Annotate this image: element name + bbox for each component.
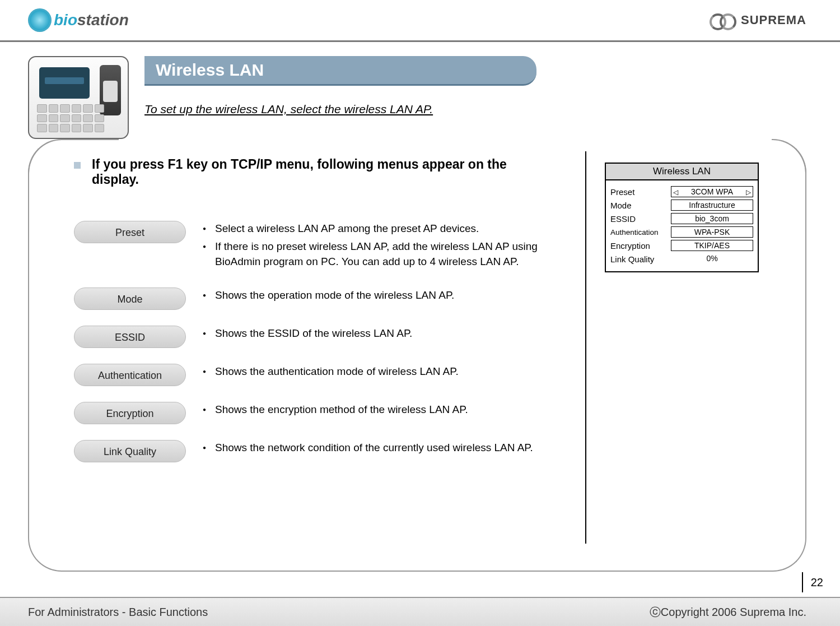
bullets-preset: Select a wireless LAN AP among the prese…: [203, 221, 584, 272]
lcd-value-text: 3COM WPA: [691, 187, 733, 196]
triangle-left-icon: ◁: [673, 187, 678, 197]
lcd-value-preset: ◁ 3COM WPA ▷: [671, 186, 753, 197]
lcd-value-text: 0%: [706, 254, 717, 263]
lcd-value-linkquality: 0%: [671, 253, 753, 265]
biostation-logo: biostation: [28, 8, 129, 32]
bullet-text: Shows the operation mode of the wireless…: [203, 288, 454, 303]
intro-text: If you press F1 key on TCP/IP menu, foll…: [92, 157, 556, 187]
page-subtitle: To set up the wireless LAN, select the w…: [144, 103, 536, 116]
page-header: biostation SUPREMA: [0, 0, 840, 42]
lcd-screen-mock: Wireless LAN Preset ◁ 3COM WPA ▷ Mode In…: [605, 163, 759, 272]
bullet-text: Shows the ESSID of the wireless LAN AP.: [203, 326, 412, 341]
bullets-encryption: Shows the encryption method of the wirel…: [203, 402, 468, 420]
logo-text-bio: bio: [54, 11, 77, 29]
banner-title-wrap: Wireless LAN To set up the wireless LAN,…: [144, 56, 536, 116]
device-screen-icon: [39, 67, 90, 99]
bullets-authentication: Shows the authentication mode of wireles…: [203, 364, 459, 382]
bullet-text: Select a wireless LAN AP among the prese…: [203, 221, 584, 237]
lcd-row-encryption: Encryption TKIP/AES: [610, 239, 753, 252]
lcd-value-encryption: TKIP/AES: [671, 240, 753, 251]
bullet-text: Shows the authentication mode of wireles…: [203, 364, 459, 379]
bullets-mode: Shows the operation mode of the wireless…: [203, 288, 454, 305]
lcd-value-mode: Infrastructure: [671, 200, 753, 211]
lcd-label: Encryption: [610, 241, 671, 251]
pill-encryption: Encryption: [74, 402, 186, 424]
bullets-essid: Shows the ESSID of the wireless LAN AP.: [203, 326, 412, 344]
lcd-title: Wireless LAN: [606, 164, 758, 180]
lcd-row-preset: Preset ◁ 3COM WPA ▷: [610, 185, 753, 198]
square-bullet-icon: [74, 162, 81, 169]
page-footer: For Administrators - Basic Functions ⓒCo…: [0, 597, 840, 626]
lcd-value-text: WPA-PSK: [694, 228, 730, 237]
lcd-row-mode: Mode Infrastructure: [610, 198, 753, 212]
lcd-label: Preset: [610, 187, 671, 197]
bullet-text: Shows the encryption method of the wirel…: [203, 402, 468, 418]
items-column: Preset Select a wireless LAN AP among th…: [74, 221, 612, 478]
pill-preset: Preset: [74, 221, 186, 243]
lcd-label: ESSID: [610, 214, 671, 224]
lcd-row-linkquality: Link Quality 0%: [610, 252, 753, 266]
item-row-essid: ESSID Shows the ESSID of the wireless LA…: [74, 326, 612, 348]
lcd-value-authentication: WPA-PSK: [671, 226, 753, 238]
fingerprint-swirl-icon: [28, 8, 52, 32]
lcd-value-text: Infrastructure: [689, 201, 735, 210]
footer-right: ⓒCopyright 2006 Suprema Inc.: [650, 605, 806, 620]
banner-row: Wireless LAN To set up the wireless LAN,…: [28, 56, 812, 139]
pill-mode: Mode: [74, 288, 186, 310]
lcd-value-text: TKIP/AES: [694, 241, 730, 250]
item-row-preset: Preset Select a wireless LAN AP among th…: [74, 221, 612, 272]
infinity-icon: [710, 13, 736, 27]
pill-essid: ESSID: [74, 326, 186, 348]
lcd-label: Authentication: [610, 228, 671, 237]
footer-left: For Administrators - Basic Functions: [28, 606, 208, 619]
item-row-linkquality: Link Quality Shows the network condition…: [74, 440, 612, 462]
item-row-authentication: Authentication Shows the authentication …: [74, 364, 612, 386]
vertical-divider: [585, 151, 586, 544]
page-number: 22: [802, 572, 823, 592]
device-keypad-icon: [37, 104, 104, 132]
device-thumbnail: [28, 56, 129, 139]
pill-linkquality: Link Quality: [74, 440, 186, 462]
bullets-linkquality: Shows the network condition of the curre…: [203, 440, 533, 458]
logo-text-station: station: [77, 11, 129, 29]
bullet-text: Shows the network condition of the curre…: [203, 440, 533, 456]
suprema-logo: SUPREMA: [710, 13, 806, 27]
lcd-row-authentication: Authentication WPA-PSK: [610, 225, 753, 239]
lcd-row-essid: ESSID bio_3com: [610, 212, 753, 225]
suprema-text: SUPREMA: [741, 13, 806, 27]
lcd-rows: Preset ◁ 3COM WPA ▷ Mode Infrastructure …: [606, 180, 758, 271]
intro-line: If you press F1 key on TCP/IP menu, foll…: [74, 157, 556, 187]
lcd-value-text: bio_3com: [695, 214, 729, 223]
lcd-label: Mode: [610, 201, 671, 210]
triangle-right-icon: ▷: [746, 187, 751, 197]
item-row-mode: Mode Shows the operation mode of the wir…: [74, 288, 612, 310]
page-title: Wireless LAN: [144, 56, 536, 86]
item-row-encryption: Encryption Shows the encryption method o…: [74, 402, 612, 424]
lcd-value-essid: bio_3com: [671, 213, 753, 224]
pill-authentication: Authentication: [74, 364, 186, 386]
lcd-label: Link Quality: [610, 254, 671, 264]
bullet-text: If there is no preset wireless LAN AP, a…: [203, 239, 584, 270]
